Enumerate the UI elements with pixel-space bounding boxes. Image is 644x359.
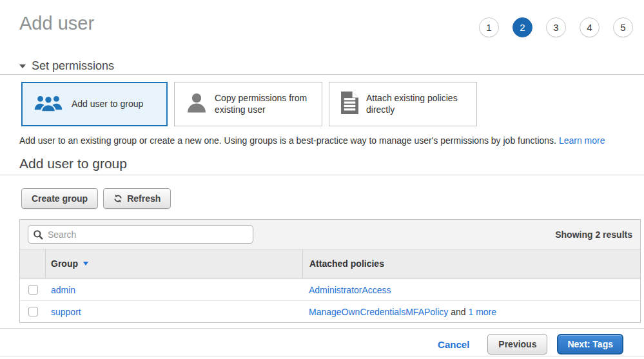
set-permissions-title: Set permissions	[32, 59, 114, 73]
description-text: Add user to an existing group or create …	[19, 135, 559, 146]
policy-link[interactable]: AdministratorAccess	[309, 285, 391, 295]
person-icon	[186, 92, 207, 117]
table-header: Group Attached policies	[20, 249, 640, 278]
policy-link[interactable]: ManageOwnCredentialsMFAPolicy	[309, 307, 448, 317]
table-row-admin: admin AdministratorAccess	[20, 278, 640, 300]
option-copy-permissions[interactable]: Copy permissions from existing user	[174, 82, 322, 126]
group-icon	[34, 93, 63, 115]
refresh-label: Refresh	[127, 193, 161, 204]
select-all-cell	[20, 249, 46, 278]
step-1: 1	[479, 17, 499, 37]
search-icon	[33, 229, 43, 242]
page-title: Add user	[19, 13, 94, 34]
results-count: Showing 2 results	[555, 229, 632, 240]
learn-more-link[interactable]: Learn more	[559, 135, 605, 146]
step-2-active: 2	[512, 17, 532, 37]
document-icon	[341, 92, 358, 117]
next-tags-button[interactable]: Next: Tags	[557, 334, 623, 354]
collapse-caret-icon	[19, 64, 26, 68]
group-column-label: Group	[51, 258, 78, 269]
footer-actions: Cancel Previous Next: Tags	[438, 334, 623, 354]
wizard-steps: 1 2 3 4 5	[479, 17, 633, 37]
section-description: Add user to an existing group or create …	[19, 135, 632, 146]
row-checkbox[interactable]	[28, 307, 38, 316]
refresh-button[interactable]: Refresh	[103, 188, 171, 209]
groups-table: Showing 2 results Group Attached policie…	[19, 219, 641, 323]
footer-divider	[0, 328, 644, 329]
column-header-policies: Attached policies	[302, 249, 640, 278]
option-label: Copy permissions from existing user	[215, 93, 313, 115]
option-label: Add user to group	[72, 99, 143, 110]
bottom-divider	[0, 356, 644, 356]
group-actions: Create group Refresh	[21, 188, 171, 209]
step-3: 3	[546, 17, 566, 37]
group-link[interactable]: admin	[51, 285, 75, 295]
set-permissions-toggle[interactable]: Set permissions	[19, 59, 114, 73]
permission-options: Add user to group Copy permissions from …	[21, 82, 477, 126]
table-row-support: support ManageOwnCredentialsMFAPolicy an…	[20, 300, 640, 322]
row-checkbox[interactable]	[28, 285, 38, 295]
group-section-heading: Add user to group	[19, 156, 127, 171]
divider	[0, 74, 644, 75]
cancel-link[interactable]: Cancel	[438, 339, 469, 350]
sort-descending-icon[interactable]	[83, 262, 88, 266]
previous-button[interactable]: Previous	[487, 334, 547, 354]
refresh-icon	[113, 194, 122, 203]
group-link[interactable]: support	[51, 307, 81, 317]
policy-joiner: and	[448, 307, 468, 317]
step-5: 5	[613, 17, 633, 37]
option-add-user-to-group[interactable]: Add user to group	[21, 82, 168, 126]
option-label: Attach existing policies directly	[366, 93, 464, 115]
create-group-button[interactable]: Create group	[21, 188, 98, 209]
policies-column-label: Attached policies	[309, 258, 384, 269]
divider	[0, 175, 644, 175]
step-4: 4	[580, 17, 600, 37]
policy-more-link[interactable]: 1 more	[468, 307, 496, 317]
search-input[interactable]	[28, 225, 253, 244]
option-attach-policies[interactable]: Attach existing policies directly	[329, 82, 477, 126]
table-toolbar: Showing 2 results	[20, 220, 640, 249]
column-header-group[interactable]: Group	[46, 258, 302, 269]
